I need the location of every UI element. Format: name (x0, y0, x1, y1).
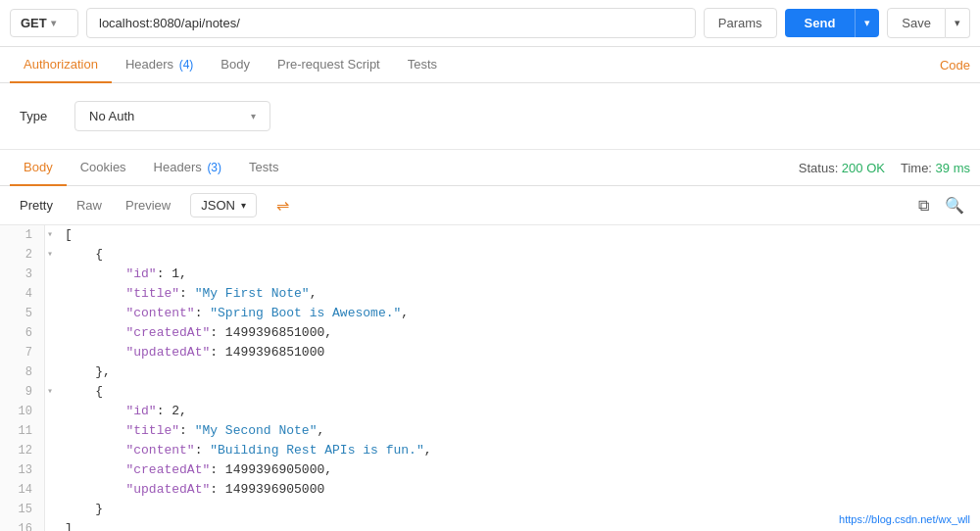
code-link[interactable]: Code (940, 48, 970, 82)
tab-prerequest-label: Pre-request Script (277, 57, 380, 72)
json-bracket: ] (65, 521, 73, 531)
json-punct: , (179, 266, 187, 281)
wrap-icon[interactable]: ⇌ (269, 192, 297, 218)
json-key: "createdAt" (125, 325, 210, 340)
line-arrow: ▾ (45, 225, 59, 245)
format-type-value: JSON (201, 198, 235, 213)
time-label: Time: 39 ms (901, 161, 970, 175)
table-row: 1▾[ (0, 225, 980, 245)
auth-type-chevron: ▾ (251, 111, 256, 121)
line-content: "id": 1, (59, 265, 187, 284)
tab-headers-badge: (4) (179, 58, 194, 72)
json-punct: : (210, 482, 225, 497)
line-arrow: ▾ (45, 382, 59, 402)
request-tabs: Authorization Headers (4) Body Pre-reque… (0, 47, 980, 83)
resp-tab-body-label: Body (24, 160, 53, 174)
table-row: 10 "id": 2, (0, 402, 980, 421)
method-chevron: ▾ (51, 18, 56, 28)
table-row: 14 "updatedAt": 1499396905000 (0, 480, 980, 500)
line-number: 5 (0, 304, 45, 323)
tab-headers[interactable]: Headers (4) (112, 47, 207, 83)
json-string: "Spring Boot is Awesome." (210, 306, 401, 320)
tab-authorization[interactable]: Authorization (10, 47, 112, 83)
line-number: 16 (0, 519, 45, 531)
format-actions: ⧉ 🔍 (912, 192, 970, 218)
table-row: 15 } (0, 500, 980, 519)
format-tab-pretty[interactable]: Pretty (10, 193, 63, 217)
tab-body-label: Body (220, 57, 250, 72)
resp-tab-headers[interactable]: Headers (3) (140, 150, 235, 186)
auth-section: Type No Auth ▾ (0, 83, 980, 150)
resp-tab-headers-badge: (3) (207, 161, 221, 174)
line-content: "title": "My Second Note", (59, 421, 324, 441)
json-punct: , (424, 443, 432, 458)
copy-button[interactable]: ⧉ (912, 192, 935, 218)
line-number: 8 (0, 362, 45, 382)
json-string: "My First Note" (195, 286, 310, 301)
table-row: 8 }, (0, 362, 980, 382)
method-select[interactable]: GET ▾ (10, 9, 78, 37)
resp-tab-cookies[interactable]: Cookies (67, 150, 140, 186)
json-punct: , (401, 306, 409, 320)
params-button[interactable]: Params (704, 8, 777, 38)
table-row: 11 "title": "My Second Note", (0, 421, 980, 441)
json-punct: : (195, 443, 211, 458)
line-number: 6 (0, 323, 45, 343)
json-number: 1499396905000 (225, 462, 324, 477)
send-btn-group: Send ▾ (785, 9, 880, 37)
resp-tab-body[interactable]: Body (10, 150, 67, 186)
json-punct: : (210, 462, 225, 477)
line-number: 7 (0, 343, 45, 362)
line-number: 3 (0, 265, 45, 284)
json-key: "content" (125, 443, 194, 458)
table-row: 7 "updatedAt": 1499396851000 (0, 343, 980, 362)
json-punct: : (210, 325, 225, 340)
json-punct: : (179, 286, 195, 301)
line-number: 1 (0, 225, 45, 245)
status-label: Status: 200 OK (799, 161, 885, 175)
format-type-select[interactable]: JSON ▾ (190, 193, 257, 217)
top-bar: GET ▾ Params Send ▾ Save ▾ (0, 0, 980, 47)
json-key: "id" (125, 266, 156, 281)
json-bracket: [ (65, 227, 73, 242)
json-punct: , (324, 325, 332, 340)
auth-type-select[interactable]: No Auth ▾ (74, 101, 270, 131)
table-row: 2▾ { (0, 245, 980, 265)
line-content: { (59, 245, 103, 265)
line-content: "content": "Building Rest APIs is fun.", (59, 441, 432, 460)
send-chevron-button[interactable]: ▾ (855, 9, 879, 37)
json-punct: : (210, 345, 225, 360)
json-number: 2 (172, 404, 179, 418)
save-chevron-button[interactable]: ▾ (946, 8, 970, 38)
line-content: "content": "Spring Boot is Awesome.", (59, 304, 409, 323)
line-content: "updatedAt": 1499396851000 (59, 343, 324, 362)
line-arrow: ▾ (45, 245, 59, 265)
search-button[interactable]: 🔍 (939, 192, 970, 218)
line-number: 15 (0, 500, 45, 519)
json-punct: : (195, 306, 211, 320)
tab-tests[interactable]: Tests (394, 47, 451, 83)
save-btn-group: Save ▾ (887, 8, 970, 38)
resp-tab-tests[interactable]: Tests (235, 150, 292, 186)
status-value: 200 OK (842, 161, 885, 175)
url-input[interactable] (86, 8, 696, 38)
table-row: 3 "id": 1, (0, 265, 980, 284)
json-punct: }, (95, 364, 111, 379)
tab-body[interactable]: Body (207, 47, 264, 83)
format-type-chevron: ▾ (241, 200, 246, 211)
json-number: 1 (172, 266, 179, 281)
save-button[interactable]: Save (887, 8, 946, 38)
table-row: 13 "createdAt": 1499396905000, (0, 460, 980, 480)
format-tab-preview[interactable]: Preview (116, 193, 180, 217)
send-button[interactable]: Send (785, 9, 856, 37)
table-row: 5 "content": "Spring Boot is Awesome.", (0, 304, 980, 323)
json-string: "Building Rest APIs is fun." (210, 443, 423, 458)
time-value: 39 ms (936, 161, 970, 175)
format-tab-raw[interactable]: Raw (67, 193, 112, 217)
tab-prerequest[interactable]: Pre-request Script (264, 47, 394, 83)
json-punct: , (179, 404, 187, 418)
auth-row: Type No Auth ▾ (20, 101, 960, 131)
resp-tab-cookies-label: Cookies (80, 160, 126, 174)
json-key: "title" (125, 286, 179, 301)
response-status: Status: 200 OK Time: 39 ms (799, 161, 970, 175)
